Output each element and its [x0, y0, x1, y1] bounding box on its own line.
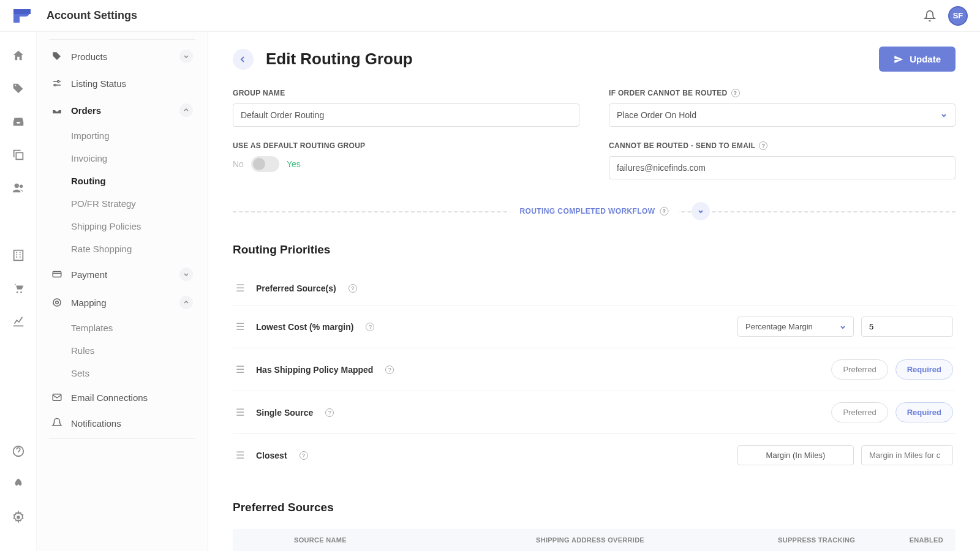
- group-name-input[interactable]: [233, 103, 579, 127]
- building-icon[interactable]: [12, 249, 25, 262]
- drag-handle-icon[interactable]: ☰: [235, 449, 245, 461]
- toggle-yes: Yes: [287, 159, 301, 169]
- back-button[interactable]: [233, 49, 254, 70]
- sliders-icon: [51, 78, 62, 89]
- sidebar-orders[interactable]: Orders: [37, 96, 208, 124]
- svg-point-8: [58, 81, 59, 83]
- settings-icon[interactable]: [12, 511, 25, 524]
- rocket-icon[interactable]: [12, 478, 25, 491]
- select-value: Place Order On Hold: [617, 110, 696, 120]
- col-source-name: SOURCE NAME: [294, 536, 536, 544]
- svg-point-4: [16, 291, 18, 293]
- sidebar-pofr[interactable]: PO/FR Strategy: [71, 192, 208, 215]
- inbox-icon: [51, 105, 62, 116]
- sidebar-products[interactable]: Products: [37, 42, 208, 70]
- page-title: Edit Routing Group: [266, 50, 413, 69]
- help-icon[interactable]: ?: [660, 207, 669, 216]
- closest-margin-label: Margin (In Miles): [737, 445, 854, 465]
- bell-icon: [51, 418, 62, 429]
- sidebar-label: Orders: [71, 105, 101, 116]
- drag-handle-icon[interactable]: ☰: [235, 321, 245, 332]
- sidebar-email[interactable]: Email Connections: [37, 384, 208, 410]
- priority-label: Preferred Source(s): [256, 283, 336, 293]
- toggle-no: No: [233, 159, 244, 169]
- required-pill[interactable]: Required: [895, 402, 953, 422]
- svg-rect-10: [53, 272, 61, 277]
- priority-label: Single Source: [256, 408, 313, 418]
- sidebar-listing-status[interactable]: Listing Status: [37, 70, 208, 96]
- help-icon[interactable]: ?: [300, 451, 308, 460]
- svg-point-5: [20, 291, 22, 293]
- update-button[interactable]: Update: [879, 47, 956, 72]
- help-icon[interactable]: ?: [366, 323, 374, 331]
- drag-handle-icon[interactable]: ☰: [235, 364, 245, 375]
- home-icon[interactable]: [12, 49, 25, 62]
- mail-icon: [51, 392, 62, 403]
- inbox-icon[interactable]: [12, 115, 25, 129]
- card-icon: [51, 269, 62, 280]
- app-logo: [12, 8, 32, 24]
- svg-point-2: [19, 185, 23, 189]
- required-pill[interactable]: Required: [895, 359, 953, 380]
- chevron-down-icon: [179, 268, 193, 281]
- copy-icon[interactable]: [12, 148, 25, 162]
- help-icon[interactable]: ?: [385, 365, 394, 374]
- help-icon[interactable]: [12, 444, 25, 458]
- help-icon[interactable]: ?: [759, 141, 767, 150]
- sidebar-sets[interactable]: Sets: [71, 362, 208, 384]
- sidebar-shipping-policies[interactable]: Shipping Policies: [71, 215, 208, 238]
- lowest-margin-value[interactable]: [861, 317, 953, 337]
- users-icon[interactable]: [12, 181, 25, 195]
- user-avatar[interactable]: SF: [948, 6, 968, 26]
- main-content: Edit Routing Group Update GROUP NAME IF …: [208, 32, 980, 551]
- notifications-icon[interactable]: [924, 10, 936, 22]
- priorities-title: Routing Priorities: [233, 243, 956, 257]
- sidebar-rules[interactable]: Rules: [71, 339, 208, 362]
- sidebar-payment[interactable]: Payment: [37, 260, 208, 288]
- default-toggle[interactable]: [251, 156, 279, 172]
- chevron-down-icon: [940, 111, 948, 119]
- sidebar-routing[interactable]: Routing: [71, 170, 208, 192]
- priority-row-single: ☰ Single Source ? Preferred Required: [233, 391, 956, 434]
- email-input[interactable]: [609, 156, 956, 179]
- lowest-margin-select[interactable]: Percentage Margin: [737, 317, 854, 337]
- workflow-expand[interactable]: [692, 202, 710, 220]
- sidebar-rate-shopping[interactable]: Rate Shopping: [71, 238, 208, 260]
- svg-point-1: [14, 184, 18, 188]
- target-icon: [51, 297, 62, 308]
- cart-icon[interactable]: [12, 282, 25, 295]
- sidebar-importing[interactable]: Importing: [71, 124, 208, 147]
- help-icon[interactable]: ?: [349, 284, 357, 293]
- priority-row-preferred: ☰ Preferred Source(s) ?: [233, 271, 956, 305]
- sidebar-label: Notifications: [71, 418, 121, 429]
- closest-margin-input[interactable]: [861, 445, 953, 465]
- cannot-route-label: IF ORDER CANNOT BE ROUTED?: [609, 89, 956, 97]
- svg-point-12: [56, 301, 59, 304]
- priority-label: Has Shipping Policy Mapped: [256, 365, 373, 375]
- priority-row-closest: ☰ Closest ? Margin (In Miles): [233, 434, 956, 476]
- chevron-up-icon: [179, 296, 193, 309]
- cannot-route-select[interactable]: Place Order On Hold: [609, 103, 956, 127]
- sidebar-label: Listing Status: [71, 78, 126, 89]
- svg-point-11: [53, 299, 61, 306]
- group-name-label: GROUP NAME: [233, 89, 579, 97]
- button-label: Update: [910, 54, 941, 64]
- preferred-pill[interactable]: Preferred: [831, 402, 888, 422]
- topbar: Account Settings SF: [0, 0, 980, 32]
- col-suppress: SUPPRESS TRACKING: [778, 536, 888, 544]
- sidebar-notifications[interactable]: Notifications: [37, 410, 208, 436]
- chart-icon[interactable]: [12, 315, 25, 328]
- sidebar-templates[interactable]: Templates: [71, 317, 208, 339]
- svg-point-9: [55, 84, 56, 86]
- sidebar-mapping[interactable]: Mapping: [37, 288, 208, 317]
- chevron-up-icon: [179, 103, 193, 117]
- tag-icon[interactable]: [12, 82, 25, 96]
- preferred-pill[interactable]: Preferred: [831, 359, 888, 380]
- drag-handle-icon[interactable]: ☰: [235, 407, 245, 418]
- svg-rect-0: [16, 152, 23, 159]
- drag-handle-icon[interactable]: ☰: [235, 282, 245, 294]
- sidebar-invoicing[interactable]: Invoicing: [71, 147, 208, 170]
- help-icon[interactable]: ?: [325, 408, 334, 417]
- help-icon[interactable]: ?: [731, 89, 740, 97]
- select-value: Percentage Margin: [745, 322, 813, 331]
